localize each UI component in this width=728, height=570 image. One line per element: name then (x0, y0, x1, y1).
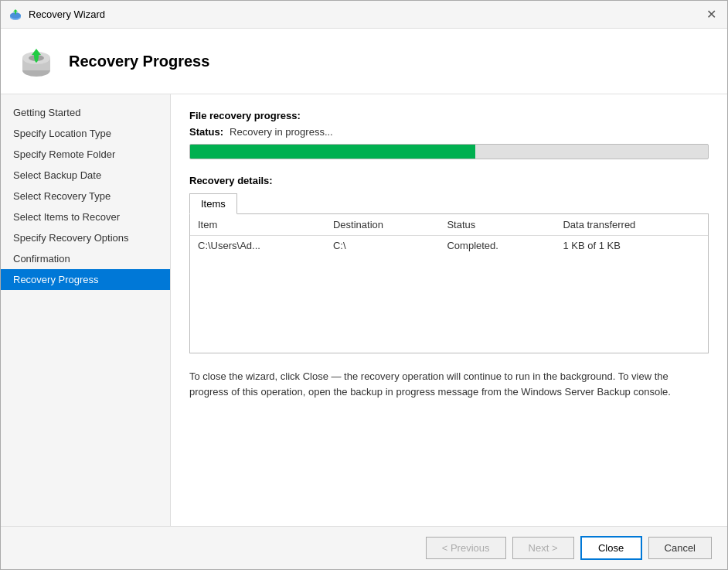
next-button[interactable]: Next > (512, 537, 574, 559)
tab-items[interactable]: Items (189, 193, 237, 214)
header-area: Recovery Progress (1, 29, 727, 94)
page-title: Recovery Progress (69, 53, 209, 70)
col-item: Item (190, 214, 325, 236)
close-button[interactable]: Close (580, 536, 642, 560)
sidebar-item-specify-recovery-options[interactable]: Specify Recovery Options (1, 227, 170, 248)
tab-bar: Items (189, 193, 709, 214)
title-bar: Recovery Wizard ✕ (1, 1, 727, 29)
sidebar-item-specify-location-type[interactable]: Specify Location Type (1, 123, 170, 144)
sidebar-item-select-backup-date[interactable]: Select Backup Date (1, 165, 170, 186)
sidebar-item-specify-remote-folder[interactable]: Specify Remote Folder (1, 144, 170, 165)
body-wrapper: Recovery Progress Getting Started Specif… (1, 29, 727, 569)
progress-bar-fill (190, 145, 475, 159)
status-label: Status: (189, 126, 223, 138)
table-row: C:\Users\Ad... C:\ Completed. 1 KB of 1 … (190, 236, 708, 256)
sidebar-item-recovery-progress[interactable]: Recovery Progress (1, 269, 170, 290)
items-table: Item Destination Status Data transferred… (190, 214, 708, 255)
status-row: Status: Recovery in progress... (189, 126, 709, 138)
footer: < Previous Next > Close Cancel (1, 526, 727, 569)
main-panel: File recovery progress: Status: Recovery… (171, 94, 727, 526)
previous-button[interactable]: < Previous (426, 537, 506, 559)
window-title: Recovery Wizard (29, 9, 105, 20)
row-data-transferred: 1 KB of 1 KB (555, 236, 708, 256)
window: Recovery Wizard ✕ Recovery Progress (0, 0, 728, 570)
col-destination: Destination (325, 214, 439, 236)
window-icon (9, 8, 22, 22)
col-status: Status (439, 214, 555, 236)
info-text: To close the wizard, click Close — the r… (189, 369, 709, 399)
close-window-button[interactable]: ✕ (703, 9, 719, 21)
row-status: Completed. (439, 236, 555, 256)
row-destination: C:\ (325, 236, 439, 256)
items-table-wrapper: Item Destination Status Data transferred… (189, 214, 709, 353)
cancel-button[interactable]: Cancel (648, 537, 712, 559)
sidebar: Getting Started Specify Location Type Sp… (1, 94, 171, 526)
status-value: Recovery in progress... (230, 126, 333, 138)
title-bar-left: Recovery Wizard (9, 8, 105, 22)
row-item: C:\Users\Ad... (190, 236, 325, 256)
header-icon (16, 41, 56, 81)
col-data-transferred: Data transferred (555, 214, 708, 236)
sidebar-item-confirmation[interactable]: Confirmation (1, 248, 170, 269)
sidebar-item-select-items-to-recover[interactable]: Select Items to Recover (1, 206, 170, 227)
content-wrapper: Getting Started Specify Location Type Sp… (1, 94, 727, 526)
file-recovery-label: File recovery progress: (189, 110, 709, 121)
sidebar-item-select-recovery-type[interactable]: Select Recovery Type (1, 186, 170, 206)
recovery-details-label: Recovery details: (189, 175, 709, 186)
sidebar-item-getting-started[interactable]: Getting Started (1, 102, 170, 123)
progress-bar-container (189, 144, 709, 159)
